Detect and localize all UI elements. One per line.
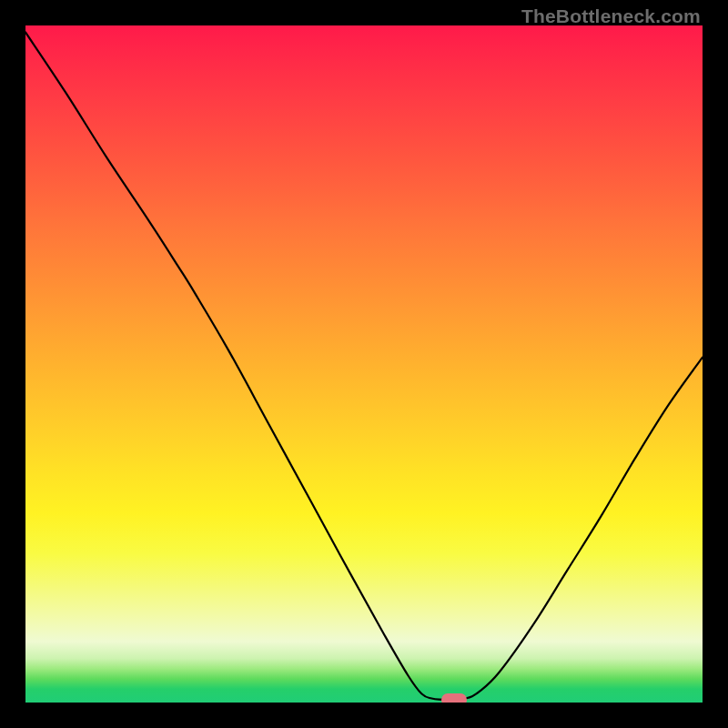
bottleneck-curve [25,25,703,703]
curve-path [25,32,703,700]
chart-frame: TheBottleneck.com [0,0,728,728]
optimal-marker [441,693,467,703]
watermark-text: TheBottleneck.com [521,5,701,27]
plot-area [25,25,703,703]
